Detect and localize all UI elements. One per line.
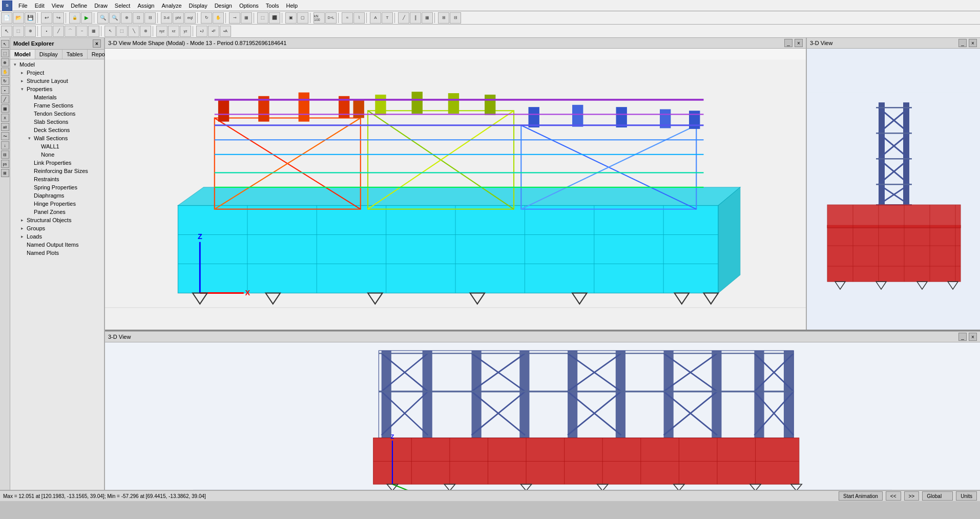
pan-btn[interactable]: ✋ <box>213 12 224 24</box>
top-viewport-minimize[interactable]: _ <box>784 39 793 47</box>
menu-draw[interactable]: Draw <box>91 2 111 10</box>
tree-item[interactable]: Named Plots <box>11 249 103 257</box>
tree-expand-icon[interactable] <box>33 151 40 158</box>
intersect2-btn[interactable]: ⊗ <box>140 26 151 37</box>
new-btn[interactable]: 📄 <box>1 12 12 24</box>
lt-pan[interactable]: ✋ <box>1 68 9 76</box>
tree-item[interactable]: ▸Structure Layout <box>11 77 103 85</box>
yz-btn[interactable]: yz <box>180 26 191 37</box>
open-btn[interactable]: 📂 <box>13 12 24 24</box>
lt-zoom[interactable]: ⊕ <box>1 58 9 67</box>
mode-shape-btn[interactable]: ≈ <box>342 12 353 24</box>
menu-edit[interactable]: Edit <box>32 2 48 10</box>
lt-frame[interactable]: ╱ <box>1 95 9 103</box>
pointer-btn[interactable]: ↖ <box>1 26 12 37</box>
tree-expand-icon[interactable]: ▸ <box>18 233 26 240</box>
lt-rotate[interactable]: ↻ <box>1 77 9 85</box>
zoom-in-btn[interactable]: 🔍 <box>97 12 109 24</box>
deformed-btn[interactable]: ⌇ <box>353 12 365 24</box>
tree-item[interactable]: Spring Properties <box>11 183 103 191</box>
t-btn[interactable]: T <box>382 12 393 24</box>
lt-area[interactable]: ▦ <box>1 104 9 113</box>
start-animation-btn[interactable]: Start Animation <box>839 491 883 501</box>
node-btn[interactable]: • <box>41 26 52 37</box>
menu-display[interactable]: Display <box>186 2 211 10</box>
tree-expand-icon[interactable] <box>33 143 40 150</box>
tree-item[interactable]: Materials <box>11 93 103 101</box>
bottom-viewport-close[interactable]: × <box>969 333 977 341</box>
tree-expand-icon[interactable]: ▾ <box>18 85 26 93</box>
draw-area-btn[interactable]: ▦ <box>422 12 433 24</box>
run-btn[interactable]: ▶ <box>81 12 92 24</box>
tree-item[interactable]: ▾Model <box>11 60 103 69</box>
menu-define[interactable]: Define <box>68 2 90 10</box>
lt-spring[interactable]: 〜 <box>1 132 9 140</box>
zoom-window-btn[interactable]: ⊕ <box>121 12 132 24</box>
solid-btn[interactable]: ⬛ <box>269 12 280 24</box>
tree-expand-icon[interactable] <box>26 118 33 125</box>
tree-item[interactable]: Restraints <box>11 175 103 183</box>
tree-item[interactable]: ▾Properties <box>11 85 103 93</box>
menu-select[interactable]: Select <box>112 2 134 10</box>
sel-all-btn[interactable]: ▣ <box>285 12 297 24</box>
tree-item[interactable]: Link Properties <box>11 159 103 167</box>
right-viewport[interactable]: 3-D View _ × <box>806 38 980 330</box>
menu-view[interactable]: View <box>49 2 67 10</box>
coord-system-dropdown[interactable]: Global <box>922 491 953 501</box>
menu-design[interactable]: Design <box>212 2 235 10</box>
menu-analyze[interactable]: Analyze <box>158 2 184 10</box>
panel-close-btn[interactable]: × <box>93 39 101 48</box>
tree-item[interactable]: ▸Loads <box>11 232 103 241</box>
tree-expand-icon[interactable] <box>26 126 33 134</box>
units-dropdown[interactable]: Units <box>956 491 977 501</box>
tree-item[interactable]: ▸Groups <box>11 224 103 232</box>
assign-joint-btn[interactable]: •J <box>196 26 207 37</box>
tab-display[interactable]: Display <box>35 50 62 59</box>
tree-item[interactable]: Hinge Properties <box>11 200 103 208</box>
lt-xyz[interactable]: all <box>1 123 9 131</box>
frame-btn[interactable]: ╱ <box>53 26 64 37</box>
intersect-btn[interactable]: ⊕ <box>25 26 36 37</box>
draw-frame-btn[interactable]: ╱ <box>398 12 409 24</box>
tree-item[interactable]: WALL1 <box>11 142 103 150</box>
display-btn[interactable]: ▦ <box>241 12 252 24</box>
bottom-viewport-canvas[interactable]: Z Y <box>105 342 980 490</box>
lt-extra2[interactable]: ⊞ <box>1 169 9 177</box>
xz-btn[interactable]: xz <box>168 26 179 37</box>
lt-load[interactable]: ↓ <box>1 141 9 149</box>
tree-item[interactable]: Deck Sections <box>11 126 103 134</box>
tree-item[interactable]: Reinforcing Bar Sizes <box>11 167 103 175</box>
rotate-btn[interactable]: ↻ <box>201 12 212 24</box>
top-viewport-close[interactable]: × <box>795 39 803 47</box>
tree-expand-icon[interactable]: ▸ <box>18 217 26 224</box>
top-viewport[interactable]: 3-D View Mode Shape (Modal) - Mode 13 - … <box>105 38 806 330</box>
tree-expand-icon[interactable]: ▾ <box>11 61 18 68</box>
tree-expand-icon[interactable] <box>26 208 33 215</box>
tendon-btn[interactable]: ~ <box>76 26 88 37</box>
top-viewport-canvas[interactable]: Z X <box>105 49 806 330</box>
menu-help[interactable]: Help <box>283 2 301 10</box>
tree-expand-icon[interactable] <box>26 159 33 166</box>
lt-pointer[interactable]: ↖ <box>1 40 9 48</box>
cable-btn[interactable]: ⌒ <box>65 26 76 37</box>
tree-expand-icon[interactable] <box>18 249 26 256</box>
lt-link[interactable]: ⊟ <box>1 150 9 159</box>
assign-frame-btn[interactable]: •F <box>208 26 219 37</box>
right-viewport-minimize[interactable]: _ <box>958 39 967 47</box>
extrude-btn[interactable]: ⊟ <box>450 12 461 24</box>
area-btn[interactable]: ▦ <box>88 26 99 37</box>
tree-expand-icon[interactable] <box>26 94 33 101</box>
tree-item[interactable]: Frame Sections <box>11 101 103 110</box>
menu-tools[interactable]: Tools <box>263 2 282 10</box>
menu-file[interactable]: File <box>15 2 31 10</box>
assign-area-btn[interactable]: •A <box>220 26 231 37</box>
tree-item[interactable]: ▾Wall Sections <box>11 134 103 142</box>
tree-item[interactable]: Tendon Sections <box>11 110 103 118</box>
tree-expand-icon[interactable] <box>26 102 33 109</box>
tree-expand-icon[interactable]: ▸ <box>18 69 26 76</box>
tree-expand-icon[interactable] <box>26 192 33 199</box>
tree-expand-icon[interactable]: ▸ <box>18 225 26 232</box>
lt-select[interactable]: ⬚ <box>1 49 9 57</box>
units-100-btn[interactable]: kN 100 <box>314 12 325 24</box>
undo-btn[interactable]: ↩ <box>41 12 52 24</box>
